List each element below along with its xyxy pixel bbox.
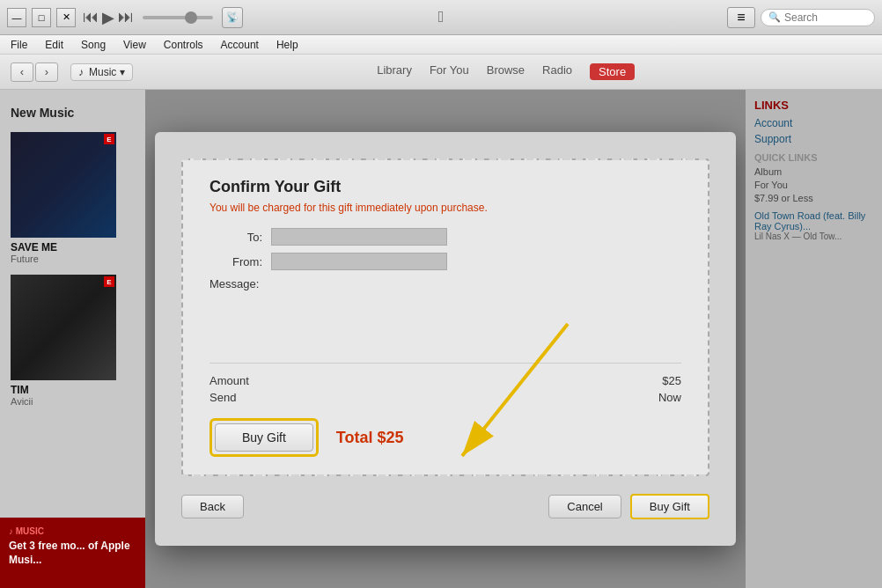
amount-section: Amount $25 Send Now — [209, 363, 681, 404]
amount-label: Amount — [209, 374, 249, 387]
nav-browse[interactable]: Browse — [487, 63, 525, 80]
content-area: New Music E SAVE ME Future E TIM Avicii … — [0, 90, 882, 588]
explicit-badge-tim: E — [104, 276, 114, 287]
search-icon: 🔍 — [768, 11, 781, 23]
buy-gift-button[interactable]: Buy Gift — [215, 423, 313, 452]
apple-music-banner[interactable]: ♪ MUSIC Get 3 free mo... of Apple Musi..… — [0, 518, 145, 588]
source-label: Music — [89, 66, 116, 78]
airplay-button[interactable]: 📡 — [222, 7, 243, 28]
gift-title: Confirm Your Gift — [209, 178, 681, 196]
buy-gift-footer-button[interactable]: Buy Gift — [630, 494, 709, 519]
progress-slider[interactable] — [143, 16, 213, 19]
menu-help[interactable]: Help — [273, 38, 302, 52]
menu-view[interactable]: View — [120, 38, 150, 52]
old-town-road-item[interactable]: Old Town Road (feat. Billy Ray Cyrus)...… — [754, 210, 873, 241]
links-title: LINKS — [754, 99, 873, 112]
rewind-button[interactable]: ⏮ — [83, 8, 99, 26]
nav-store[interactable]: Store — [590, 63, 635, 80]
gift-subtitle: You will be charged for this gift immedi… — [209, 202, 681, 214]
total-text: Total $25 — [336, 429, 404, 447]
left-sidebar: New Music E SAVE ME Future E TIM Avicii … — [0, 90, 145, 588]
apple-music-logo: ♪ MUSIC — [9, 526, 136, 536]
back-button[interactable]: ‹ — [11, 62, 33, 82]
menu-bar: File Edit Song View Controls Account Hel… — [0, 35, 882, 55]
quick-link-price[interactable]: $7.99 or Less — [754, 193, 873, 203]
title-bar: — □ ✕ ⏮ ▶ ⏭ 📡  ≡ 🔍 — [0, 0, 882, 35]
send-row: Send Now — [209, 391, 681, 404]
close-button[interactable]: ✕ — [56, 8, 76, 27]
transport-controls: ⏮ ▶ ⏭ 📡 — [83, 7, 243, 28]
explicit-badge-saveme: E — [104, 134, 114, 144]
menu-edit[interactable]: Edit — [41, 38, 67, 52]
nav-radio[interactable]: Radio — [542, 63, 572, 80]
menu-file[interactable]: File — [7, 38, 31, 52]
right-sidebar: LINKS Account Support QUICK LINKS Album … — [746, 90, 882, 588]
album-cover-tim: E — [11, 275, 116, 380]
receipt-box: Confirm Your Gift You will be charged fo… — [181, 158, 709, 476]
quick-link-album[interactable]: Album — [754, 166, 873, 177]
nav-links: Library For You Browse Radio Store — [140, 63, 871, 80]
window-controls: — □ ✕ — [7, 8, 76, 27]
menu-song[interactable]: Song — [77, 38, 109, 52]
music-icon: ♪ — [78, 66, 84, 78]
menu-account[interactable]: Account — [217, 38, 262, 52]
nav-arrows: ‹ › — [11, 62, 58, 82]
old-town-artist: Lil Nas X — Old Tow... — [754, 232, 873, 241]
source-selector[interactable]: ♪ Music ▾ — [70, 63, 133, 81]
old-town-title: Old Town Road (feat. Billy Ray Cyrus)... — [754, 210, 873, 232]
album-artist-tim: Avicii — [11, 396, 135, 407]
apple-logo:  — [438, 8, 445, 26]
play-button[interactable]: ▶ — [102, 8, 114, 27]
modal-window: Confirm Your Gift You will be charged fo… — [155, 132, 736, 546]
to-row: To: — [209, 228, 681, 246]
to-label: To: — [209, 231, 262, 244]
from-row: From: — [209, 253, 681, 270]
forward-button[interactable]: › — [35, 62, 58, 82]
album-title-tim: TIM — [11, 384, 135, 396]
list-view-button[interactable]: ≡ — [727, 7, 755, 28]
menu-controls[interactable]: Controls — [160, 38, 207, 52]
list-icon: ≡ — [737, 10, 745, 26]
main-content: Confirm Your Gift You will be charged fo… — [145, 90, 746, 588]
message-section: Message: — [209, 277, 681, 349]
amount-value: $25 — [662, 374, 681, 387]
quick-links-title: QUICK LINKS — [754, 152, 873, 163]
to-input[interactable] — [271, 228, 447, 246]
new-music-title: New Music — [0, 99, 145, 127]
nav-bar: ‹ › ♪ Music ▾ Library For You Browse Rad… — [0, 55, 882, 90]
album-title-saveme: SAVE ME — [11, 241, 135, 254]
album-artist-saveme: Future — [11, 254, 135, 264]
from-label: From: — [209, 255, 262, 268]
account-link[interactable]: Account — [754, 117, 873, 129]
nav-foryou[interactable]: For You — [430, 63, 469, 80]
search-input[interactable] — [784, 11, 867, 24]
support-link[interactable]: Support — [754, 133, 873, 145]
cancel-button[interactable]: Cancel — [548, 495, 621, 518]
album-item-saveme[interactable]: E SAVE ME Future — [0, 127, 145, 269]
back-button-modal[interactable]: Back — [181, 495, 244, 518]
progress-thumb — [185, 11, 197, 24]
fastforward-button[interactable]: ⏭ — [118, 8, 134, 26]
send-value: Now — [658, 391, 681, 404]
amount-row: Amount $25 — [209, 374, 681, 387]
buy-gift-highlight: Buy Gift — [209, 418, 319, 457]
nav-library[interactable]: Library — [377, 63, 412, 80]
maximize-button[interactable]: □ — [32, 8, 51, 27]
title-bar-right: ≡ 🔍 — [727, 7, 875, 28]
message-area[interactable] — [209, 296, 681, 349]
album-cover-saveme: E — [11, 132, 116, 238]
from-input[interactable] — [271, 253, 447, 270]
album-item-tim[interactable]: E TIM Avicii — [0, 269, 145, 412]
search-box[interactable]: 🔍 — [761, 9, 875, 26]
chevron-down-icon: ▾ — [120, 66, 125, 78]
quick-link-foryou[interactable]: For You — [754, 180, 873, 190]
modal-overlay: Confirm Your Gift You will be charged fo… — [145, 90, 746, 588]
action-row: Buy Gift Total $25 — [209, 418, 681, 457]
modal-footer: Back Cancel Buy Gift — [181, 494, 709, 519]
message-label: Message: — [209, 277, 681, 290]
send-label: Send — [209, 391, 236, 404]
minimize-button[interactable]: — — [7, 8, 26, 27]
apple-music-text: Get 3 free mo... of Apple Musi... — [9, 540, 136, 567]
